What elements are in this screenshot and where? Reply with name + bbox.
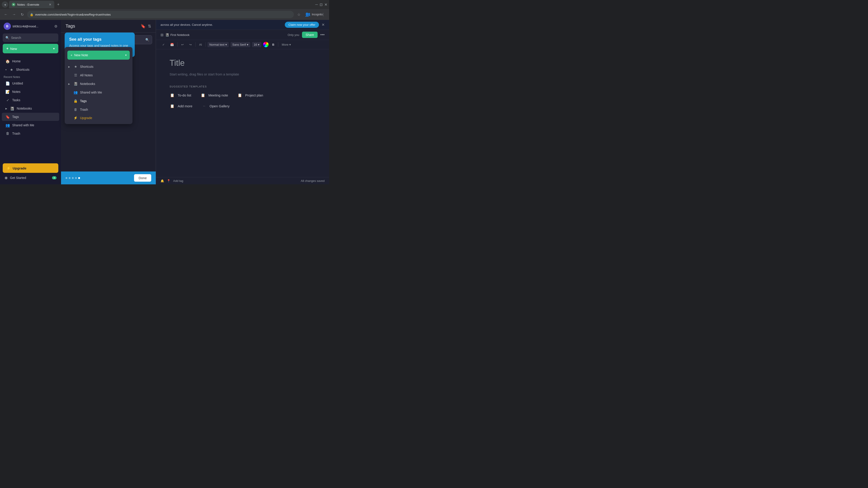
share-btn[interactable]: Share [302, 32, 318, 38]
dropdown-item-notebooks[interactable]: ▶ 📓 Notebooks [65, 79, 132, 88]
sidebar-item-notes[interactable]: 📝 Notes [2, 88, 59, 96]
tags-label: Tags [12, 115, 19, 119]
template-gallery[interactable]: ··· Open Gallery [202, 103, 229, 109]
notes-label: Notes [12, 90, 21, 94]
sidebar-item-notebooks[interactable]: ▶ 📓 Notebooks [2, 104, 59, 112]
dropdown-upgrade-label: Upgrade [80, 116, 92, 120]
more-options-btn[interactable]: ••• [320, 33, 324, 37]
menu-btn[interactable]: ⋮ [320, 11, 327, 18]
reload-btn[interactable]: ↻ [19, 11, 25, 18]
note-footer: 🔔 📍 Add tag All changes saved [156, 177, 329, 184]
notifications-btn[interactable]: 🔔 [160, 179, 164, 183]
dropdown-item-allnotes[interactable]: ☰ All Notes [65, 71, 132, 79]
redo-btn[interactable]: ↪ [187, 42, 193, 47]
notebooks-label: Notebooks [17, 107, 32, 110]
sidebar-item-tasks[interactable]: ✓ Tasks [2, 96, 59, 104]
sidebar-item-untitled[interactable]: 📄 Untitled [2, 79, 59, 88]
sidebar-item-home[interactable]: 🏠 Home [2, 57, 59, 65]
browser-tab[interactable]: N Notes - Evernote ✕ [9, 1, 54, 8]
calendar-btn[interactable]: 📅 [168, 42, 176, 47]
get-started-badge: 4 [52, 176, 57, 180]
dot-5-active [78, 177, 80, 179]
banner-close-btn[interactable]: ✕ [322, 23, 324, 27]
new-note-btn[interactable]: + New ▾ [3, 44, 58, 53]
font-size-dropdown[interactable]: 16 ▾ [252, 42, 261, 47]
template-todo[interactable]: 📋 To-do list [169, 92, 191, 98]
note-title[interactable]: Title [169, 58, 315, 68]
text-style-dropdown[interactable]: Normal text ▾ [208, 42, 228, 47]
note-back-icon[interactable]: ⊞ [160, 33, 163, 37]
dropdown-item-shortcuts[interactable]: ▶ ★ Shortcuts [65, 62, 132, 71]
minimize-btn[interactable]: ─ [315, 2, 318, 6]
dropdown-item-trash[interactable]: 🗑 Trash [65, 105, 132, 113]
get-started-btn[interactable]: ◉ Get Started 4 [3, 174, 58, 182]
new-chevron-icon: ▾ [53, 47, 55, 51]
ai-btn[interactable]: AI [197, 42, 204, 47]
address-bar[interactable]: 🔒 evernote.com/client/web?login=true&new… [27, 11, 294, 18]
incognito-badge: 👤Incognito [312, 11, 318, 18]
color-picker-btn[interactable] [263, 42, 269, 47]
location-btn[interactable]: 📍 [167, 179, 170, 183]
checklist-btn[interactable]: ✓ [160, 42, 166, 47]
dropdown-item-tags[interactable]: 🔒 Tags [65, 97, 132, 105]
font-dropdown[interactable]: Sans Serif ▾ [230, 42, 250, 47]
toolbar-sep-4 [278, 42, 278, 47]
dropdown-allnotes-icon: ☰ [73, 73, 78, 77]
dropdown-notebooks-label: Notebooks [80, 82, 95, 86]
sidebar-item-shared[interactable]: 👥 Shared with Me [2, 121, 59, 129]
back-btn[interactable]: ← [3, 11, 9, 18]
add-tag-btn[interactable]: Add tag [173, 179, 183, 183]
maximize-btn[interactable]: ⊡ [320, 2, 322, 7]
meeting-template-label: Meeting note [209, 93, 228, 97]
main-content: across all your devices. Cancel anytime.… [156, 20, 329, 184]
done-btn[interactable]: Done [134, 174, 151, 182]
tab-navigation-back[interactable]: ◀ [2, 1, 8, 8]
sidebar-item-shortcuts[interactable]: ▾ ★ Shortcuts [2, 66, 59, 74]
tags-bookmark-icon[interactable]: 🔖 [141, 24, 146, 29]
template-add-more[interactable]: 📋 Add more [169, 103, 192, 109]
notebook-icon: 📓 [165, 33, 169, 37]
font-size-chevron: ▾ [258, 43, 259, 46]
trash-label: Trash [12, 132, 20, 135]
top-banner: across all your devices. Cancel anytime.… [156, 20, 329, 30]
dropdown-item-shared[interactable]: 👥 Shared with Me [65, 88, 132, 97]
close-btn[interactable]: ✕ [324, 2, 327, 7]
dropdown-item-upgrade[interactable]: ⚡ Upgrade [65, 113, 132, 122]
bookmark-btn[interactable]: ☆ [296, 11, 302, 18]
claim-offer-btn[interactable]: Claim now your offer [285, 22, 319, 28]
notebooks-arrow: ▶ [5, 107, 7, 110]
new-btn-label: New [10, 47, 51, 51]
new-tab-btn[interactable]: + [55, 1, 61, 8]
user-name: b93b1c4d@mood... [13, 25, 53, 28]
dropdown-notebooks-icon: 📓 [73, 82, 78, 86]
undo-btn[interactable]: ↩ [180, 42, 186, 47]
tags-sort-icon[interactable]: ⇅ [148, 24, 151, 29]
settings-btn[interactable]: ⚙ [54, 24, 57, 29]
template-project[interactable]: 📋 Project plan [237, 92, 263, 98]
share-actions: Only you Share ••• [287, 32, 324, 38]
note-editor[interactable]: Title Start writing, drag files or start… [156, 49, 329, 177]
template-meeting[interactable]: 📋 Meeting note [200, 92, 228, 98]
bold-btn[interactable]: B [270, 42, 276, 47]
get-started-label: Get Started [10, 176, 50, 180]
dropdown-tags-label: Tags [80, 99, 87, 103]
dropdown-new-note-label: New Note [74, 53, 123, 57]
sidebar-header: B b93b1c4d@mood... ⚙ [0, 20, 61, 33]
forward-btn[interactable]: → [11, 11, 17, 18]
tasks-icon: ✓ [5, 98, 10, 102]
upgrade-btn[interactable]: ⚡ Upgrade [3, 163, 58, 173]
text-style-chevron: ▾ [225, 43, 227, 46]
dot-1 [66, 177, 67, 179]
home-icon: 🏠 [5, 59, 10, 64]
sidebar-item-tags[interactable]: 🔖 Tags [2, 113, 59, 121]
sidebar-item-trash[interactable]: 🗑 Trash [2, 129, 59, 138]
tags-search-icon: 🔍 [145, 38, 149, 41]
more-formatting-btn[interactable]: More ▾ [280, 42, 293, 47]
sidebar-bottom: ⚡ Upgrade ◉ Get Started 4 [0, 161, 61, 184]
dropdown-shared-icon: 👥 [73, 90, 78, 94]
dropdown-new-note-btn[interactable]: + New Note ▾ [67, 51, 130, 60]
shortcuts-arrow: ▾ [5, 68, 6, 71]
shortcuts-label: Shortcuts [16, 68, 29, 71]
search-btn[interactable]: 🔍 Search [3, 33, 58, 42]
tab-close-btn[interactable]: ✕ [49, 3, 52, 6]
